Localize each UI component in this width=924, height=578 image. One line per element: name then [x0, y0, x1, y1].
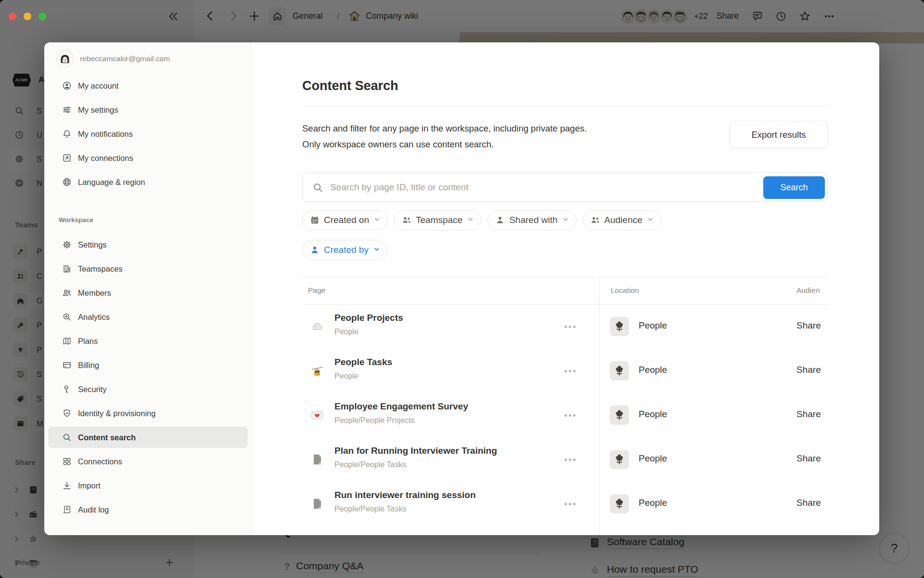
created-by-filter-chip[interactable]: Created by [302, 240, 387, 260]
workspace-nav-list: Settings Teamspaces Members Anal [44, 234, 252, 523]
sliders-icon [62, 105, 72, 115]
search-input[interactable] [303, 173, 827, 201]
table-row[interactable]: Plan for Running Interviewer Training Pe… [302, 437, 828, 482]
close-window-button[interactable] [9, 13, 16, 20]
settings-nav-item[interactable]: Members [48, 282, 248, 303]
settings-nav-item-label: Audit log [78, 505, 109, 514]
audience-cell[interactable]: Share [796, 409, 821, 420]
people-teamspace-flower-icon [610, 406, 629, 425]
title-divider [302, 105, 828, 106]
audience-cell[interactable]: Share [796, 453, 821, 464]
table-row[interactable]: People Tasks People People Share [302, 349, 828, 393]
minimize-window-button[interactable] [24, 13, 31, 20]
page-path: People/People Tasks [334, 460, 406, 469]
search-submit-button[interactable]: Search [763, 176, 825, 199]
settings-nav-item-label: Language & region [78, 178, 145, 187]
filter-chip[interactable]: Shared with [488, 210, 576, 230]
person-circle-icon [62, 81, 72, 91]
row-more-icon[interactable] [559, 454, 580, 465]
row-more-icon[interactable] [559, 321, 580, 332]
gear-icon [62, 240, 72, 250]
filter-chip-label: Shared with [509, 215, 557, 225]
page-title-cell[interactable]: Plan for Running Interviewer Training [334, 446, 497, 456]
chevron-down-icon [373, 245, 380, 255]
page-title-cell[interactable]: People Tasks [334, 357, 392, 368]
people-solid-icon [402, 215, 411, 225]
settings-nav-item[interactable]: Connections [48, 451, 248, 472]
table-row[interactable]: Run interviewer training session People/… [302, 482, 828, 526]
audit-icon [62, 505, 72, 514]
people-teamspace-flower-icon [610, 450, 629, 469]
globe-icon [62, 177, 72, 187]
people-teamspace-flower-icon [610, 361, 629, 381]
row-more-icon[interactable] [559, 365, 580, 377]
settings-nav-item[interactable]: Content search [48, 427, 248, 448]
settings-nav-item[interactable]: Identity & provisioning [48, 403, 248, 424]
content-search-panel: Content Search Search and filter for any… [302, 42, 828, 535]
account-header: rebeccamcakir@gmail.com [56, 50, 170, 67]
grid-icon [62, 457, 72, 466]
search-bar: Search [302, 172, 828, 202]
column-header-audience[interactable]: Audien [796, 277, 820, 304]
location-cell[interactable]: People [639, 498, 667, 508]
audience-cell[interactable]: Share [796, 320, 821, 331]
zoom-window-button[interactable] [38, 13, 46, 20]
page-title-cell[interactable]: Run interviewer training session [334, 490, 476, 500]
page-icon [311, 453, 323, 466]
table-rows: People Projects People People Share [302, 304, 828, 526]
import-icon [62, 481, 72, 490]
filter-chip-label: Teamspace [416, 215, 462, 225]
analytics-icon [62, 312, 72, 322]
location-cell[interactable]: People [639, 409, 667, 420]
filter-chip[interactable]: Created on [302, 210, 388, 230]
settings-nav-item[interactable]: Language & region [48, 171, 248, 193]
audience-cell[interactable]: Share [796, 498, 821, 508]
location-cell[interactable]: People [639, 453, 667, 464]
shield-icon [62, 408, 72, 418]
column-header-location[interactable]: Location [611, 277, 639, 304]
settings-nav-item[interactable]: My account [48, 75, 248, 96]
export-results-button[interactable]: Export results [730, 121, 828, 148]
key-icon [62, 384, 72, 394]
settings-nav-item-label: Settings [78, 240, 107, 250]
calendar-icon [310, 215, 320, 225]
settings-nav-item[interactable]: Audit log [48, 499, 248, 520]
settings-nav-item[interactable]: Teamspaces [48, 258, 248, 279]
location-cell[interactable]: People [639, 320, 667, 331]
settings-nav-item[interactable]: Security [48, 379, 248, 400]
filter-chip-label: Created on [324, 215, 369, 225]
page-path: People [334, 328, 359, 336]
settings-nav-item[interactable]: Import [48, 475, 248, 496]
bell-icon [62, 129, 72, 139]
settings-nav-item[interactable]: My notifications [48, 123, 248, 144]
filter-chip[interactable]: Audience [583, 210, 661, 230]
map-icon [62, 336, 72, 346]
page-title: Content Search [302, 79, 398, 93]
settings-nav-item-label: Identity & provisioning [78, 409, 155, 418]
settings-nav-item-label: Members [78, 289, 111, 298]
chevron-down-icon [562, 215, 569, 225]
arrow-box-icon [62, 153, 72, 163]
settings-nav-item[interactable]: My connections [48, 147, 248, 169]
results-table: Page Location Audien People Projects Peo… [302, 277, 828, 535]
settings-nav: rebeccamcakir@gmail.com My account My se… [44, 42, 252, 535]
location-cell[interactable]: People [639, 365, 667, 375]
table-row[interactable]: People Projects People People Share [302, 304, 828, 349]
row-more-icon[interactable] [559, 409, 580, 421]
settings-nav-item[interactable]: Settings [48, 234, 248, 255]
row-more-icon[interactable] [559, 498, 580, 510]
page-title-cell[interactable]: Employee Engagement Survey [334, 401, 468, 412]
filter-chip[interactable]: Teamspace [394, 210, 481, 230]
settings-nav-item[interactable]: My settings [48, 99, 248, 120]
settings-nav-item[interactable]: Billing [48, 355, 248, 376]
chevron-down-icon [373, 215, 381, 225]
settings-nav-item-label: My settings [78, 105, 118, 115]
chevron-down-icon [467, 215, 474, 225]
audience-cell[interactable]: Share [796, 365, 821, 375]
table-row[interactable]: Employee Engagement Survey People/People… [302, 393, 828, 437]
tramway-icon [311, 365, 323, 377]
settings-nav-item[interactable]: Analytics [48, 306, 248, 328]
settings-nav-item[interactable]: Plans [48, 330, 248, 352]
column-header-page[interactable]: Page [308, 277, 325, 304]
page-title-cell[interactable]: People Projects [334, 313, 403, 323]
